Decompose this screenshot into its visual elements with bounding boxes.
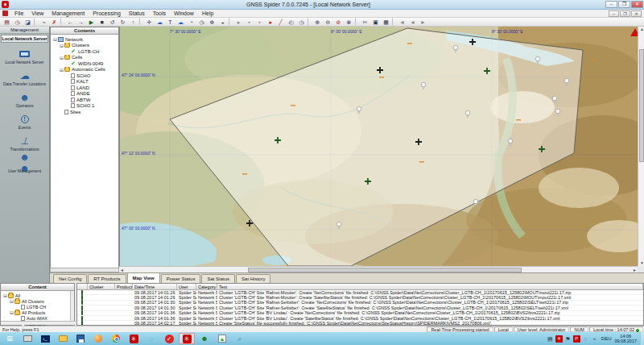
menu-item[interactable]: File — [10, 10, 27, 16]
sep[interactable] — [139, 18, 143, 26]
back-icon[interactable]: ← — [65, 18, 76, 26]
notification-icon[interactable]: ▤ — [547, 335, 554, 343]
map-pin-icon[interactable] — [453, 45, 458, 50]
tree-item[interactable]: KALT — [52, 79, 118, 85]
mdi-restore-button[interactable]: ❐ — [620, 10, 630, 17]
tree-item[interactable]: ⊟ Clusters — [52, 43, 118, 49]
gnss-spider-icon[interactable]: ✳ — [126, 333, 142, 344]
tree-item[interactable]: ⊟ Automatic Cells — [52, 67, 118, 73]
start-button[interactable]: ⊞ — [2, 333, 18, 344]
column-header-product[interactable]: Product — [115, 284, 133, 289]
map-pin-icon[interactable] — [552, 96, 557, 101]
play-small-icon[interactable]: ▸ — [233, 18, 244, 26]
network-status-icon[interactable]: ◌ — [582, 335, 589, 343]
server-manager-icon[interactable] — [19, 333, 35, 344]
menu-item[interactable]: View — [27, 10, 47, 16]
scroll-up-icon[interactable]: ▲ — [640, 27, 644, 32]
link-tool-icon[interactable]: ⊕ — [207, 18, 217, 26]
column-header-cluster[interactable]: Cluster — [88, 284, 115, 289]
view-tab[interactable]: Net Config — [53, 274, 87, 283]
user-tool-icon[interactable]: ◒ — [217, 18, 228, 26]
print-icon[interactable]: ▤ — [2, 18, 12, 26]
show-desktop-button[interactable] — [640, 332, 644, 345]
tree-item[interactable]: LGTB-CH — [52, 48, 118, 55]
tree-item[interactable]: ⊟ All — [2, 293, 74, 298]
site-tool-icon[interactable]: ✛ — [144, 18, 155, 26]
sep[interactable] — [355, 18, 359, 26]
chrome-icon[interactable] — [108, 333, 124, 344]
zoom-in-icon[interactable]: ⊕ — [312, 18, 323, 26]
time2-icon[interactable]: ◷ — [296, 18, 307, 26]
mdi-close-button[interactable]: ✕ — [631, 10, 642, 17]
taskbar-clock[interactable]: 14:06 09.08.2017 — [614, 334, 637, 343]
map-pin-icon[interactable] — [535, 56, 540, 61]
tree-item[interactable]: LAND — [52, 85, 118, 91]
operators-tool-icon[interactable]: ◔ — [186, 18, 196, 26]
copy-view-icon[interactable]: ▣ — [370, 18, 381, 26]
menu-item[interactable]: Window — [170, 10, 198, 16]
firefox-icon[interactable] — [90, 333, 106, 344]
menu-item[interactable]: Tools — [149, 10, 170, 16]
spider-tray-icon[interactable]: ✳ — [555, 335, 563, 343]
map-pin-icon[interactable] — [473, 199, 478, 204]
sep[interactable] — [229, 18, 233, 26]
search-app-icon[interactable]: ⌕ — [232, 333, 248, 344]
close-button[interactable]: ✕ — [631, 1, 643, 8]
nav-prev-icon[interactable]: ◄ — [407, 18, 418, 26]
cloud-up-icon[interactable]: ☁ — [155, 18, 165, 26]
scroll-down-icon[interactable]: ▼ — [640, 260, 644, 266]
menu-item[interactable]: Management — [47, 10, 89, 16]
view-tab[interactable]: Power Status — [161, 274, 201, 283]
sidebar-item[interactable]: Local Network Server — [0, 48, 49, 64]
map-pin-icon[interactable] — [564, 78, 569, 83]
tree-item[interactable]: ⊟ Network — [52, 36, 118, 43]
cloud-down-icon[interactable]: ☁ — [175, 18, 186, 26]
nav-first-icon[interactable]: ◄ — [397, 18, 407, 26]
text-product-icon[interactable]: T — [165, 18, 175, 26]
start-processing-icon[interactable]: ▶ — [86, 18, 97, 26]
restore-button[interactable]: ❐ — [618, 1, 630, 8]
connect-icon[interactable]: ⌁ — [39, 18, 49, 26]
refresh-icon[interactable]: ↻ — [118, 18, 128, 26]
server-time-icon[interactable]: ◷ — [12, 18, 23, 26]
powershell-icon[interactable]: ›_ — [37, 333, 53, 344]
sidebar-item[interactable]: ☻☻ User Management — [0, 157, 49, 173]
map-pin-icon[interactable] — [508, 139, 513, 143]
view-tab[interactable]: RT Products — [88, 274, 126, 283]
content-vertical-scrollbar[interactable] — [70, 291, 74, 322]
map-pin-icon[interactable] — [555, 109, 560, 114]
record-icon[interactable]: ● — [265, 18, 275, 26]
power-icon[interactable]: ⌁ — [591, 335, 598, 343]
column-header-date[interactable]: Date/Time — [133, 284, 177, 289]
floppy-app-icon[interactable] — [72, 333, 89, 344]
scroll-thumb[interactable] — [639, 49, 644, 162]
file-explorer-icon[interactable] — [55, 333, 71, 344]
forward-icon[interactable]: → — [76, 18, 86, 26]
column-header-category[interactable]: Category — [196, 284, 217, 289]
help-book-icon[interactable]: ◪ — [23, 18, 33, 26]
tree-item[interactable]: ABTW — [52, 97, 118, 103]
green-users-app-icon[interactable]: ☻ — [196, 333, 213, 344]
zoom-out-icon[interactable]: ⊖ — [323, 18, 333, 26]
menu-item[interactable]: Status — [125, 10, 149, 16]
stop-processing-icon[interactable]: ■ — [97, 18, 107, 26]
map-horizontal-scrollbar[interactable]: ◄ ► — [119, 266, 638, 272]
map-pin-icon[interactable] — [421, 82, 426, 87]
disconnect-icon[interactable]: ✗ — [49, 18, 60, 26]
pan-icon[interactable]: ⊗ — [344, 18, 354, 26]
zoom-cancel-icon[interactable]: ⊘ — [333, 18, 344, 26]
tree-item[interactable]: SCHO — [52, 73, 118, 79]
sep[interactable] — [392, 18, 396, 26]
tree-item[interactable]: ⊟ Cells — [52, 55, 118, 61]
stop-small-icon[interactable]: ▪ — [254, 18, 265, 26]
tree-item[interactable]: SCHO 1 — [52, 103, 118, 110]
view-tab[interactable]: Map View — [127, 272, 160, 283]
menu-item[interactable]: Processing — [89, 10, 125, 16]
tree-item[interactable]: WIDN-0049 — [52, 60, 118, 67]
sep[interactable] — [60, 18, 64, 26]
select-icon[interactable]: ✂ — [360, 18, 370, 26]
tree-item[interactable]: ⊟ All Products — [2, 310, 74, 315]
sidebar-item[interactable]: ☻ Operators — [0, 92, 49, 108]
reset-icon[interactable]: ↺ — [107, 18, 118, 26]
map-view[interactable]: 7° 30' 00.0000" E8° 00' 00.0000" E8° 30'… — [119, 27, 638, 266]
